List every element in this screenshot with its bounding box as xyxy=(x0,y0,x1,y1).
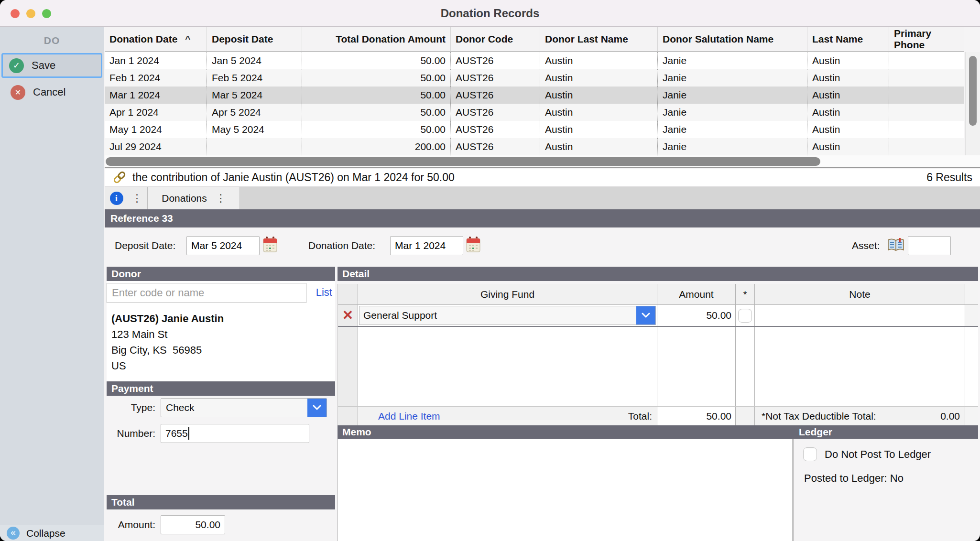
memo-textarea[interactable] xyxy=(338,439,793,541)
column-header-deposit-date[interactable]: Deposit Date xyxy=(207,27,302,51)
detail-column-amount: Amount xyxy=(657,284,736,304)
giving-fund-dropdown-button[interactable] xyxy=(636,306,655,325)
detail-column-not-tax-deductible: * xyxy=(736,284,755,304)
payment-number-value: 7655 xyxy=(165,428,188,439)
posted-to-ledger-status: Posted to Ledger: No xyxy=(804,472,904,485)
total-amount-label: Amount: xyxy=(105,515,155,534)
save-button-label: Save xyxy=(32,59,55,72)
giving-fund-select[interactable]: General Support xyxy=(359,306,656,325)
donor-section-header: Donor xyxy=(107,267,335,281)
memo-section-header: Memo xyxy=(338,426,371,438)
line-item-row: ✕ General Support 50.00 xyxy=(338,305,978,326)
record-info-tab[interactable]: i ⋮ xyxy=(105,187,148,209)
column-header-total-donation-amount[interactable]: Total Donation Amount xyxy=(302,27,451,51)
results-table-header: Donation Date ^ Deposit Date Total Donat… xyxy=(105,27,964,52)
calendar-icon[interactable] xyxy=(263,237,277,253)
column-header-last-name[interactable]: Last Name xyxy=(807,27,889,51)
memo-ledger-header-bar: Memo Ledger xyxy=(338,425,978,439)
results-count: 6 Results xyxy=(926,171,972,184)
horizontal-scrollbar[interactable] xyxy=(105,155,980,168)
donor-address-line: 123 Main St xyxy=(111,326,224,342)
delete-line-item-button[interactable]: ✕ xyxy=(338,305,358,326)
info-icon: i xyxy=(110,192,123,205)
table-row[interactable]: Apr 1 2024Apr 5 202450.00AUST26AustinJan… xyxy=(105,104,964,121)
asset-label: Asset: xyxy=(852,236,880,255)
column-header-donor-last-name[interactable]: Donor Last Name xyxy=(540,27,658,51)
payment-type-label: Type: xyxy=(105,398,155,417)
line-item-amount-field[interactable]: 50.00 xyxy=(657,305,736,326)
cancel-button[interactable]: ✕ Cancel xyxy=(3,80,101,105)
tab-donations-label: Donations xyxy=(162,193,207,204)
text-cursor xyxy=(188,427,189,440)
horizontal-scrollbar-thumb[interactable] xyxy=(106,157,820,166)
table-row[interactable]: Jan 1 2024Jan 5 202450.00AUST26AustinJan… xyxy=(105,52,964,69)
collapse-button[interactable]: « Collapse xyxy=(0,525,104,541)
line-item-note-field[interactable] xyxy=(755,305,965,326)
detail-column-note: Note xyxy=(755,284,965,304)
table-row-selected[interactable]: Mar 1 2024Mar 5 202450.00AUST26AustinJan… xyxy=(105,87,964,104)
payment-number-label: Number: xyxy=(105,424,155,443)
not-tax-deductible-total-value: 0.00 xyxy=(940,411,965,422)
calendar-icon[interactable] xyxy=(466,237,480,253)
collapse-button-label: Collapse xyxy=(26,528,65,539)
column-header-donation-date[interactable]: Donation Date ^ xyxy=(105,27,207,51)
sidebar-header: DO xyxy=(0,35,104,46)
column-header-donor-salutation-name[interactable]: Donor Salutation Name xyxy=(658,27,807,51)
selection-text: the contribution of Janie Austin (AUST26… xyxy=(132,171,455,184)
table-row[interactable]: May 1 2024May 5 202450.00AUST26AustinJan… xyxy=(105,121,964,138)
add-line-item-link[interactable]: Add Line Item xyxy=(358,411,440,422)
collapse-chevrons-icon: « xyxy=(7,527,20,540)
donor-search-input[interactable] xyxy=(107,283,306,303)
table-row[interactable]: Jul 29 2024200.00AUST26AustinJanieAustin xyxy=(105,138,964,155)
ledger-panel: Do Not Post To Ledger Posted to Ledger: … xyxy=(793,439,978,541)
save-button[interactable]: ✓ Save xyxy=(1,53,102,78)
drag-handle-icon[interactable]: ⋮ xyxy=(216,193,226,204)
payment-type-dropdown-button[interactable] xyxy=(307,399,327,417)
payment-number-input[interactable]: 7655 xyxy=(161,424,309,443)
cancel-x-icon: ✕ xyxy=(11,85,25,100)
total-amount-field[interactable]: 50.00 xyxy=(161,515,225,534)
selection-status-bar: the contribution of Janie Austin (AUST26… xyxy=(105,169,980,186)
sort-ascending-icon: ^ xyxy=(185,34,190,44)
donation-records-window: Donation Records DO ✓ Save ✕ Cancel « Co… xyxy=(0,0,980,541)
deposit-date-label: Deposit Date: xyxy=(115,236,175,255)
detail-total-value: 50.00 xyxy=(657,407,736,425)
donor-address-line: US xyxy=(111,358,224,374)
chevron-down-icon xyxy=(313,405,321,411)
delete-icon: ✕ xyxy=(342,309,353,322)
window-title: Donation Records xyxy=(0,0,980,27)
detail-totals-row: Add Line Item Total: 50.00 *Not Tax Dedu… xyxy=(338,406,978,425)
reference-header: Reference 33 xyxy=(105,209,980,227)
link-icon xyxy=(112,170,127,184)
donor-panel: List (AUST26) Janie Austin 123 Main St B… xyxy=(107,281,335,381)
donor-address-block: (AUST26) Janie Austin 123 Main St Big Ci… xyxy=(111,311,224,374)
table-row[interactable]: Feb 1 2024Feb 5 202450.00AUST26AustinJan… xyxy=(105,69,964,87)
drag-handle-icon[interactable]: ⋮ xyxy=(132,193,142,204)
ledger-section-header: Ledger xyxy=(799,426,832,438)
column-header-donor-code[interactable]: Donor Code xyxy=(451,27,540,51)
donor-list-link[interactable]: List xyxy=(316,286,332,299)
payment-type-value: Check xyxy=(161,402,307,413)
do-not-post-to-ledger-checkbox[interactable] xyxy=(803,447,817,461)
donation-date-input[interactable] xyxy=(390,236,463,255)
sidebar: DO ✓ Save ✕ Cancel « Collapse xyxy=(0,27,104,541)
asset-book-icon[interactable] xyxy=(887,238,905,252)
detail-section-header: Detail xyxy=(338,267,978,281)
payment-section-header: Payment xyxy=(107,381,335,396)
giving-fund-value: General Support xyxy=(359,310,636,321)
asset-input[interactable] xyxy=(908,236,951,255)
deposit-date-input[interactable] xyxy=(186,236,260,255)
payment-type-select[interactable]: Check xyxy=(161,398,327,417)
vertical-scrollbar-thumb[interactable] xyxy=(969,56,977,126)
tab-bar: i ⋮ Donations ⋮ xyxy=(105,187,980,209)
not-tax-deductible-checkbox[interactable] xyxy=(738,309,752,323)
chevron-down-icon xyxy=(642,313,650,318)
column-header-primary-phone[interactable]: Primary Phone xyxy=(889,27,964,51)
detail-total-label: Total: xyxy=(628,411,657,422)
vertical-scrollbar[interactable] xyxy=(965,52,980,155)
results-table-body: Jan 1 2024Jan 5 202450.00AUST26AustinJan… xyxy=(105,52,964,155)
detail-column-giving-fund: Giving Fund xyxy=(358,284,657,304)
check-icon: ✓ xyxy=(9,58,24,73)
tab-donations[interactable]: Donations ⋮ xyxy=(148,187,240,209)
not-tax-deductible-total-label: *Not Tax Deductible Total: xyxy=(755,411,876,422)
